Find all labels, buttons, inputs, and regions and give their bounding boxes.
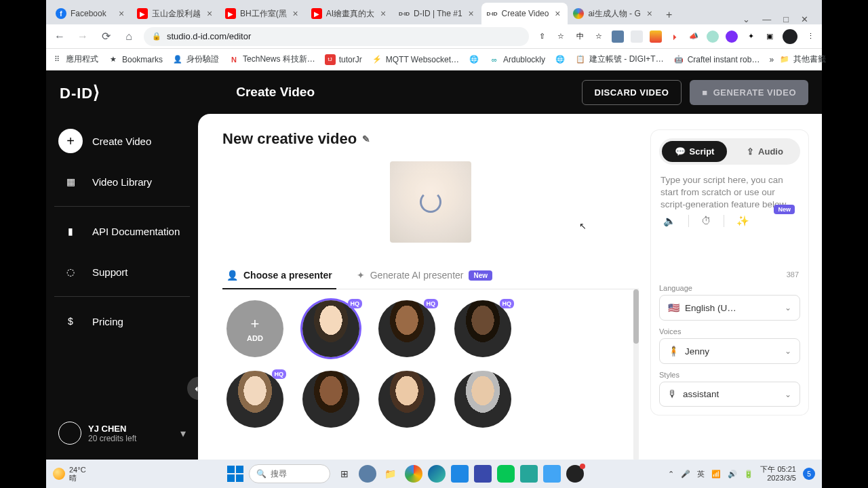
tab-script[interactable]: 💬Script: [662, 141, 727, 162]
ext-icon[interactable]: [707, 30, 719, 43]
sidepanel-icon[interactable]: ▣: [764, 30, 776, 43]
close-icon[interactable]: ×: [553, 9, 562, 18]
battery-icon[interactable]: 🔋: [744, 470, 753, 479]
bookmark-item[interactable]: ★Bookmarks: [108, 54, 163, 65]
discard-video-button[interactable]: DISCARD VIDEO: [582, 80, 682, 105]
bookmark-item[interactable]: 👤身份驗證: [172, 54, 219, 65]
bookmark-item[interactable]: 🌐: [555, 54, 566, 65]
taskbar-search[interactable]: 🔍搜尋: [249, 464, 330, 483]
taskbar-app-icon[interactable]: [451, 465, 469, 483]
presenter-scrollbar[interactable]: [633, 289, 639, 461]
browser-tab[interactable]: D·ID D-ID | The #1 ×: [393, 3, 481, 24]
ext-icon[interactable]: [726, 30, 738, 43]
add-presenter-button[interactable]: + ADD: [226, 300, 283, 357]
bookmark-item[interactable]: tJtutorJr: [325, 54, 362, 65]
other-bookmarks[interactable]: 📁其他書籤: [779, 54, 826, 65]
sidebar-item-video-library[interactable]: ▦ Video Library: [46, 161, 198, 202]
did-logo[interactable]: D-ID⟩: [60, 82, 100, 103]
presenter-avatar[interactable]: HQ: [226, 371, 283, 428]
start-button[interactable]: [227, 466, 243, 482]
clock-icon[interactable]: ⏱: [701, 214, 711, 228]
ext-icon[interactable]: ⏵: [669, 30, 681, 43]
profile-avatar[interactable]: [783, 29, 797, 44]
browser-tab[interactable]: f Facebook ×: [50, 3, 132, 24]
menu-icon[interactable]: ⋮: [804, 30, 816, 43]
tab-audio[interactable]: ⇪Audio: [732, 141, 797, 162]
presenter-avatar[interactable]: HQ: [302, 300, 359, 357]
close-icon[interactable]: ×: [205, 9, 214, 18]
share-icon[interactable]: ⇧: [536, 30, 548, 43]
bookmark-item[interactable]: ∞Ardublockly: [489, 54, 545, 65]
taskbar-app-icon[interactable]: [520, 465, 538, 483]
bookmark-item[interactable]: 📋建立帳號 - DIGI+T…: [575, 54, 664, 65]
browser-tab[interactable]: ▶ AI繪畫真的太 ×: [306, 3, 393, 24]
bookmark-item[interactable]: 🤖Craftel instant rob…: [673, 54, 760, 65]
bookmark-item[interactable]: 🌐: [469, 54, 479, 65]
styles-dropdown[interactable]: 🎙 assistant ⌄: [659, 382, 800, 407]
reload-button[interactable]: ⟳: [98, 28, 114, 45]
sidebar-item-api-documentation[interactable]: ▮ API Documentation: [46, 211, 198, 251]
voices-dropdown[interactable]: 🧍 Jenny ⌄: [659, 338, 800, 364]
ext-icon[interactable]: [612, 30, 624, 43]
presenter-avatar[interactable]: [378, 371, 435, 428]
chevron-down-icon[interactable]: ▾: [180, 427, 186, 440]
tab-generate-ai-presenter[interactable]: ✦ Generate AI presenter New: [353, 263, 496, 289]
obs-icon[interactable]: [566, 465, 584, 483]
notification-badge[interactable]: 5: [803, 468, 815, 480]
close-window-icon[interactable]: ✕: [801, 14, 808, 24]
ext-icon[interactable]: 📣: [688, 30, 700, 43]
magic-icon[interactable]: ✨: [736, 214, 749, 228]
sidebar-item-create-video[interactable]: + Create Video: [46, 121, 198, 161]
close-icon[interactable]: ×: [645, 9, 654, 18]
chevron-down-icon[interactable]: ⌄: [743, 14, 750, 24]
presenter-avatar[interactable]: HQ: [454, 300, 511, 357]
minimize-icon[interactable]: —: [762, 14, 771, 24]
browser-tab-active[interactable]: D·ID Create Video ×: [481, 3, 568, 24]
explorer-icon[interactable]: 📁: [382, 465, 399, 483]
wifi-icon[interactable]: 📶: [711, 470, 721, 479]
weather-widget[interactable]: 24°C 晴: [53, 466, 86, 482]
close-icon[interactable]: ×: [467, 9, 476, 18]
maximize-icon[interactable]: □: [783, 14, 789, 24]
presenter-avatar[interactable]: HQ: [378, 300, 435, 357]
sidebar-item-pricing[interactable]: $ Pricing: [46, 301, 198, 342]
volume-icon[interactable]: 🔊: [728, 470, 737, 479]
forward-button[interactable]: →: [75, 28, 91, 45]
chrome-icon[interactable]: [405, 465, 422, 483]
extensions-icon[interactable]: ✦: [745, 30, 757, 43]
url-input[interactable]: 🔒 studio.d-id.com/editor: [144, 27, 529, 46]
tab-choose-presenter[interactable]: 👤 Choose a presenter: [222, 263, 336, 289]
line-icon[interactable]: [497, 465, 515, 483]
new-tab-button[interactable]: +: [660, 5, 679, 24]
sidebar-item-support[interactable]: ◌ Support: [46, 251, 198, 292]
presenter-avatar[interactable]: [302, 371, 359, 428]
bookmark-item[interactable]: NTechNews 科技新…: [229, 54, 315, 65]
ext-icon[interactable]: [650, 30, 662, 43]
sidebar-user[interactable]: ↩ YJ CHEN 20 credits left ▾: [46, 412, 198, 454]
browser-tab[interactable]: ▶ 玉山金股利越 ×: [132, 3, 220, 24]
bookmark-star-icon[interactable]: ☆: [593, 30, 605, 43]
close-icon[interactable]: ×: [291, 9, 300, 18]
home-button[interactable]: ⌂: [121, 28, 137, 45]
apps-button[interactable]: ⠿應用程式: [52, 54, 98, 65]
generate-video-button[interactable]: ■ GENERATE VIDEO: [690, 80, 808, 105]
close-icon[interactable]: ×: [378, 9, 388, 18]
chevron-up-icon[interactable]: ⌃: [668, 470, 674, 479]
video-title[interactable]: New creative video ✎: [222, 130, 639, 148]
bookmarks-overflow[interactable]: »: [769, 55, 774, 64]
back-button[interactable]: ←: [52, 28, 68, 45]
taskbar-app-icon[interactable]: [474, 465, 492, 483]
language-dropdown[interactable]: 🇺🇸 English (U… ⌄: [659, 295, 800, 321]
browser-tab[interactable]: ▶ BH工作室(黑 ×: [220, 3, 306, 24]
presenter-avatar[interactable]: [454, 371, 511, 428]
mic-icon[interactable]: 🎤: [681, 470, 690, 479]
taskbar-app-icon[interactable]: [359, 465, 376, 483]
script-textarea[interactable]: Type your script here, you can start fro…: [659, 171, 800, 277]
bookmark-item[interactable]: ⚡MQTT Websocket…: [372, 54, 459, 65]
edge-icon[interactable]: [428, 465, 446, 483]
ext-icon[interactable]: [631, 30, 643, 43]
pencil-icon[interactable]: ✎: [362, 134, 370, 144]
star-icon[interactable]: ☆: [555, 30, 567, 43]
task-view-icon[interactable]: ⊞: [336, 465, 353, 483]
translate-icon[interactable]: 中: [574, 30, 586, 43]
